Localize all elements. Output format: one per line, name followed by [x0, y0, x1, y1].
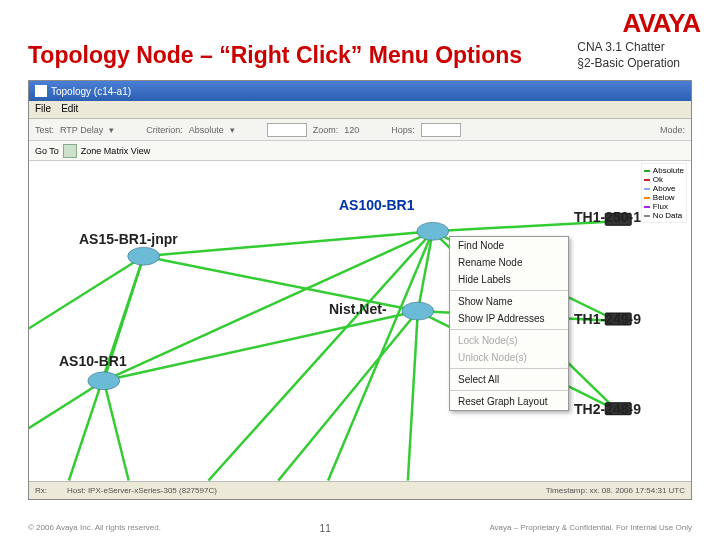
context-menu[interactable]: Find NodeRename NodeHide LabelsShow Name…: [449, 236, 569, 411]
legend-ok: Ok: [653, 175, 663, 184]
confidential: Avaya – Proprietary & Confidential. For …: [489, 523, 692, 534]
svg-line-7: [208, 231, 432, 480]
menu-edit[interactable]: Edit: [61, 103, 78, 116]
chatter-line1: CNA 3.1 Chatter: [577, 40, 680, 56]
statusbar: Rx: Host: IPX-eServer-xSeries-305 (82759…: [29, 481, 691, 499]
context-menu-item[interactable]: Show Name: [450, 293, 568, 310]
hops-input[interactable]: [421, 123, 461, 137]
zoom-slider[interactable]: [267, 123, 307, 137]
chatter-block: CNA 3.1 Chatter §2-Basic Operation: [577, 40, 680, 71]
slide-title: Topology Node – “Right Click” Menu Optio…: [28, 42, 522, 69]
legend: Absolute Ok Above Below Flux No Data: [641, 163, 687, 223]
mode-label: Mode:: [660, 125, 685, 135]
chatter-line2: §2-Basic Operation: [577, 56, 680, 72]
label-as10-br1[interactable]: AS10-BR1: [59, 353, 127, 369]
zoom-label: Zoom:: [313, 125, 339, 135]
svg-line-17: [408, 311, 418, 480]
legend-above: Above: [653, 184, 676, 193]
toolbar-row1: Test: RTP Delay ▾ Criterion: Absolute ▾ …: [29, 119, 691, 141]
label-as15-br1-jnpr[interactable]: AS15-BR1-jnpr: [79, 231, 178, 247]
context-menu-item[interactable]: Show IP Addresses: [450, 310, 568, 327]
context-menu-item[interactable]: Hide Labels: [450, 271, 568, 288]
label-as100-br1[interactable]: AS100-BR1: [339, 197, 414, 213]
topology-window: Topology (c14-a1) File Edit Test: RTP De…: [28, 80, 692, 500]
zone-matrix-label[interactable]: Zone Matrix View: [81, 146, 150, 156]
svg-line-12: [104, 311, 418, 381]
label-th2-248-9[interactable]: TH2-248-9: [574, 401, 641, 417]
context-menu-item[interactable]: Rename Node: [450, 254, 568, 271]
context-menu-item[interactable]: Find Node: [450, 237, 568, 254]
svg-point-22: [88, 372, 120, 390]
status-rx: Rx:: [35, 486, 47, 495]
zone-matrix-icon[interactable]: [63, 144, 77, 158]
toolbar-row2: Go To Zone Matrix View: [29, 141, 691, 161]
criterion-label: Criterion:: [146, 125, 183, 135]
context-menu-separator: [450, 390, 568, 391]
menu-file[interactable]: File: [35, 103, 51, 116]
context-menu-item[interactable]: Select All: [450, 371, 568, 388]
titlebar-text: Topology (c14-a1): [51, 86, 131, 97]
status-host: Host: IPX-eServer-xSeries-305 (827597C): [67, 486, 217, 495]
context-menu-separator: [450, 329, 568, 330]
svg-line-1: [418, 231, 433, 311]
app-icon: [35, 85, 47, 97]
copyright: © 2006 Avaya Inc. All rights reserved.: [28, 523, 161, 534]
svg-point-21: [402, 302, 434, 320]
svg-line-11: [29, 256, 144, 341]
legend-nodata: No Data: [653, 211, 682, 220]
context-menu-separator: [450, 290, 568, 291]
legend-absolute: Absolute: [653, 166, 684, 175]
menubar[interactable]: File Edit: [29, 101, 691, 119]
label-nistnet[interactable]: Nist.Net-: [329, 301, 387, 317]
label-th1-250-1[interactable]: TH1-250-1: [574, 209, 641, 225]
label-th1-249-9[interactable]: TH1-249-9: [574, 311, 641, 327]
svg-line-13: [104, 381, 129, 481]
avaya-logo: AVAYA: [623, 8, 700, 39]
criterion-value[interactable]: Absolute: [189, 125, 224, 135]
legend-flux: Flux: [653, 202, 668, 211]
svg-line-0: [144, 231, 433, 256]
context-menu-item: Unlock Node(s): [450, 349, 568, 366]
context-menu-item: Lock Node(s): [450, 332, 568, 349]
hops-label: Hops:: [391, 125, 415, 135]
context-menu-separator: [450, 368, 568, 369]
topology-canvas[interactable]: Absolute Ok Above Below Flux No Data: [29, 161, 691, 481]
zoom-value[interactable]: 120: [344, 125, 359, 135]
footer: © 2006 Avaya Inc. All rights reserved. 1…: [0, 523, 720, 534]
context-menu-item[interactable]: Reset Graph Layout: [450, 393, 568, 410]
test-value[interactable]: RTP Delay: [60, 125, 103, 135]
test-label: Test:: [35, 125, 54, 135]
titlebar[interactable]: Topology (c14-a1): [29, 81, 691, 101]
legend-below: Below: [653, 193, 675, 202]
svg-point-20: [128, 247, 160, 265]
svg-point-19: [417, 222, 449, 240]
page-number: 11: [320, 523, 331, 534]
status-timestamp: Timestamp: xx. 08. 2006 17:54:31 UTC: [546, 486, 685, 495]
goto-label: Go To: [35, 146, 59, 156]
